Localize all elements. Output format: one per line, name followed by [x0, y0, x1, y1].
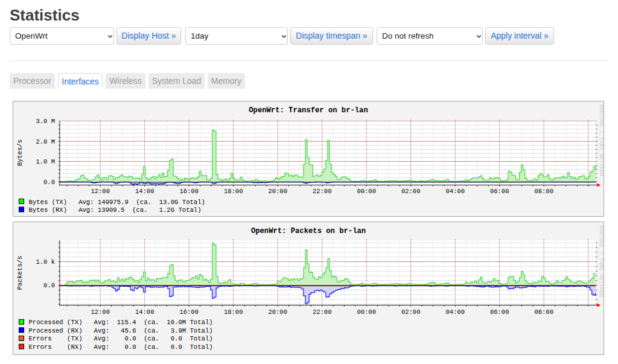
svg-text:0.0: 0.0 [43, 179, 55, 186]
svg-text:RRDTOOL / TOBI OETIKER: RRDTOOL / TOBI OETIKER [598, 225, 604, 298]
svg-text:OpenWrt: Transfer on br-lan: OpenWrt: Transfer on br-lan [249, 106, 368, 115]
svg-text:02:00: 02:00 [401, 308, 421, 316]
svg-text:RRDTOOL / TOBI OETIKER: RRDTOOL / TOBI OETIKER [598, 104, 604, 177]
svg-text:0.0: 0.0 [43, 282, 55, 289]
svg-text:3.0 M: 3.0 M [36, 118, 55, 125]
svg-text:Packets/s: Packets/s [16, 256, 24, 290]
svg-text:22:00: 22:00 [313, 308, 332, 316]
svg-text:20:00: 20:00 [268, 308, 287, 316]
svg-text:08:00: 08:00 [534, 308, 553, 316]
svg-text:Bytes (TX) Avg: 149975.9 (c: Bytes (TX) Avg: 149975.9 (ca. 13.0G Tota… [29, 199, 205, 206]
svg-text:00:00: 00:00 [357, 188, 376, 195]
svg-text:18:00: 18:00 [224, 188, 243, 195]
svg-text:06:00: 06:00 [490, 188, 509, 195]
svg-text:06:00: 06:00 [490, 308, 509, 316]
svg-text:20:00: 20:00 [268, 188, 287, 195]
svg-text:14:00: 14:00 [135, 308, 154, 316]
svg-text:08:00: 08:00 [534, 188, 553, 195]
svg-text:12:00: 12:00 [91, 188, 110, 195]
svg-text:Bytes (RX) Avg: 13909.5 (ca: Bytes (RX) Avg: 13909.5 (ca. 1.2G Total) [29, 206, 202, 214]
svg-text:1.0 M: 1.0 M [36, 158, 55, 165]
svg-text:02:00: 02:00 [401, 188, 421, 195]
svg-text:Errors (RX) Avg: 0.0: Errors (RX) Avg: 0.0 (ca. 0.0 Total) [29, 343, 213, 351]
svg-text:14:00: 14:00 [135, 188, 154, 195]
svg-text:16:00: 16:00 [179, 188, 199, 195]
svg-text:00:00: 00:00 [357, 308, 376, 316]
svg-text:OpenWrt: Packets on br-lan: OpenWrt: Packets on br-lan [251, 227, 366, 235]
svg-text:12:00: 12:00 [91, 308, 110, 316]
svg-text:18:00: 18:00 [224, 308, 243, 316]
svg-text:16:00: 16:00 [179, 308, 199, 316]
svg-text:2.0 M: 2.0 M [36, 138, 55, 145]
svg-text:04:00: 04:00 [445, 188, 465, 195]
svg-text:Processed (RX) Avg: 45.6: Processed (RX) Avg: 45.6 (ca. 3.9M Total… [29, 327, 213, 334]
svg-text:04:00: 04:00 [445, 308, 465, 316]
svg-text:Errors (TX) Avg: 0.0: Errors (TX) Avg: 0.0 (ca. 0.0 Total) [29, 335, 213, 342]
svg-text:Bytes/s: Bytes/s [16, 139, 24, 166]
svg-text:22:00: 22:00 [313, 188, 332, 195]
svg-text:Processed (TX) Avg: 115.4: Processed (TX) Avg: 115.4 (ca. 10.0M Tot… [29, 319, 213, 326]
svg-text:1.0 k: 1.0 k [36, 258, 55, 266]
